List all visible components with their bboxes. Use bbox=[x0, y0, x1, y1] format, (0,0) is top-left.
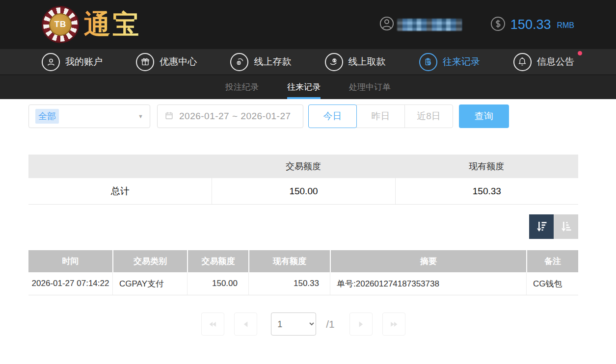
type-dropdown[interactable]: 全部 ▼ bbox=[28, 104, 150, 128]
summary-header-transaction-amount: 交易额度 bbox=[212, 160, 395, 172]
col-header-summary: 摘要 bbox=[330, 250, 526, 272]
coin-dollar-icon bbox=[490, 16, 506, 33]
gift-icon bbox=[136, 53, 154, 71]
page-select[interactable]: 1 bbox=[271, 312, 316, 336]
cell-time: 2026-01-27 07:14:22 bbox=[28, 272, 112, 295]
query-button[interactable]: 查询 bbox=[459, 104, 509, 128]
col-header-amount: 交易额度 bbox=[187, 250, 248, 272]
col-header-balance: 现有额度 bbox=[248, 250, 330, 272]
date-range-value: 2026-01-27 ~ 2026-01-27 bbox=[179, 111, 291, 122]
sort-controls bbox=[28, 214, 578, 239]
nav-label: 线上存款 bbox=[254, 55, 291, 68]
records-table-header: 时间 交易类别 交易额度 现有额度 摘要 备注 bbox=[28, 250, 578, 272]
summary-header-current-balance: 现有额度 bbox=[395, 160, 578, 172]
nav-item-withdraw[interactable]: 线上取款 bbox=[325, 53, 386, 71]
withdraw-hand-coin-icon bbox=[325, 53, 343, 71]
nav-label: 我的账户 bbox=[65, 55, 103, 68]
chevron-down-icon: ▼ bbox=[138, 113, 143, 119]
sort-descending-button[interactable] bbox=[529, 214, 554, 239]
cell-summary: 单号:202601274187353738 bbox=[330, 272, 526, 295]
records-clipboard-icon bbox=[419, 53, 437, 71]
cell-amount: 150.00 bbox=[187, 272, 248, 295]
nav-item-my-account[interactable]: 我的账户 bbox=[42, 53, 103, 71]
nav-item-deposit[interactable]: 线上存款 bbox=[230, 53, 291, 71]
sort-ascending-button[interactable] bbox=[554, 214, 578, 239]
top-header: TB 通宝 150.33 RMB bbox=[0, 0, 616, 49]
double-chevron-right-icon bbox=[389, 319, 399, 329]
summary-total-row: 总计 150.00 150.33 bbox=[28, 178, 578, 205]
tab-transaction-records[interactable]: 往来记录 bbox=[287, 75, 321, 99]
previous-page-button[interactable] bbox=[234, 312, 257, 336]
nav-label: 优惠中心 bbox=[160, 55, 197, 68]
nav-item-promotions[interactable]: 优惠中心 bbox=[136, 53, 197, 71]
records-table: 时间 交易类别 交易额度 现有额度 摘要 备注 2026-01-27 07:14… bbox=[28, 250, 578, 295]
balance-currency: RMB bbox=[557, 21, 574, 30]
last-page-button[interactable] bbox=[382, 312, 405, 336]
balance[interactable]: 150.33 RMB bbox=[490, 16, 574, 33]
table-row: 2026-01-27 07:14:22 CGPAY支付 150.00 150.3… bbox=[28, 272, 578, 295]
masked-username bbox=[397, 19, 462, 31]
next-page-button[interactable] bbox=[349, 312, 373, 336]
col-header-time: 时间 bbox=[28, 250, 112, 272]
col-header-type: 交易类别 bbox=[112, 250, 187, 272]
summary-current-balance: 150.33 bbox=[395, 178, 578, 204]
filter-row: 全部 ▼ 2026-01-27 ~ 2026-01-27 今日 昨日 近8日 查… bbox=[28, 104, 578, 128]
tab-betting-records[interactable]: 投注纪录 bbox=[225, 75, 259, 99]
summary-table: 交易额度 现有额度 总计 150.00 150.33 bbox=[28, 155, 578, 205]
sub-nav: 投注纪录 往来记录 处理中订单 bbox=[0, 75, 616, 99]
pagination: 1 /1 bbox=[28, 312, 578, 336]
logo-text: 通宝 bbox=[84, 7, 141, 43]
user-avatar-icon bbox=[379, 16, 394, 33]
yesterday-button[interactable]: 昨日 bbox=[356, 104, 405, 128]
sort-ascending-icon bbox=[559, 220, 573, 234]
main-nav: 我的账户 优惠中心 线上存款 线上取款 bbox=[0, 49, 616, 75]
nav-label: 信息公告 bbox=[537, 55, 574, 68]
deposit-hand-coin-icon bbox=[230, 53, 248, 71]
nav-label: 往来记录 bbox=[443, 55, 480, 68]
first-page-button[interactable] bbox=[201, 312, 224, 336]
user-circle-icon bbox=[42, 53, 60, 71]
quick-date-group: 今日 昨日 近8日 bbox=[308, 104, 453, 128]
logo-badge: TB bbox=[49, 13, 72, 36]
user-info[interactable] bbox=[379, 16, 462, 33]
chevron-left-icon bbox=[241, 319, 251, 329]
nav-item-transaction-records[interactable]: 往来记录 bbox=[419, 53, 480, 71]
sort-descending-icon bbox=[535, 220, 548, 234]
logo[interactable]: TB 通宝 bbox=[42, 6, 141, 43]
last-8-days-button[interactable]: 近8日 bbox=[404, 104, 453, 128]
nav-item-announcements[interactable]: 信息公告 bbox=[513, 53, 574, 71]
type-dropdown-value: 全部 bbox=[35, 109, 59, 124]
col-header-note: 备注 bbox=[526, 250, 578, 272]
notification-dot bbox=[578, 51, 582, 55]
chevron-right-icon bbox=[356, 319, 366, 329]
summary-table-header: 交易额度 现有额度 bbox=[28, 155, 578, 178]
poker-chip-logo-icon: TB bbox=[42, 6, 79, 43]
total-pages-label: /1 bbox=[326, 318, 335, 330]
summary-transaction-amount: 150.00 bbox=[212, 178, 395, 204]
cell-note: CG钱包 bbox=[526, 272, 578, 295]
cell-type: CGPAY支付 bbox=[112, 272, 187, 295]
tab-processing-orders[interactable]: 处理中订单 bbox=[349, 75, 391, 99]
date-range-input[interactable]: 2026-01-27 ~ 2026-01-27 bbox=[157, 104, 303, 128]
cell-balance: 150.33 bbox=[248, 272, 330, 295]
balance-amount: 150.33 bbox=[510, 17, 551, 32]
today-button[interactable]: 今日 bbox=[308, 104, 357, 128]
nav-label: 线上取款 bbox=[348, 55, 386, 68]
calendar-icon bbox=[164, 111, 174, 122]
bell-icon bbox=[513, 53, 532, 71]
double-chevron-left-icon bbox=[208, 319, 218, 329]
summary-total-label: 总计 bbox=[28, 178, 212, 204]
